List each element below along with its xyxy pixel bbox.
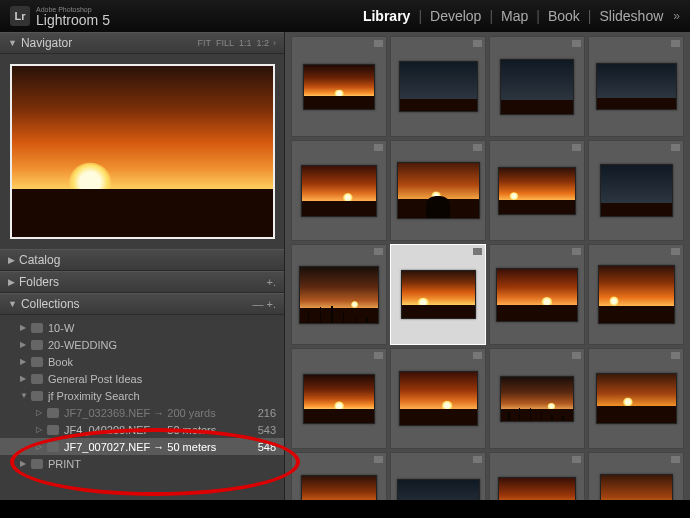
thumbnail-grid[interactable]: [285, 32, 690, 500]
thumbnail-cell[interactable]: [291, 452, 387, 500]
flag-icon[interactable]: [374, 40, 383, 47]
thumbnail-image[interactable]: [397, 479, 480, 500]
collection-item[interactable]: ▶Book: [0, 353, 284, 370]
chevron-right-icon[interactable]: »: [673, 9, 680, 23]
collection-item[interactable]: ▶20-WEDDING: [0, 336, 284, 353]
minus-icon[interactable]: —: [253, 298, 264, 310]
thumbnail-image[interactable]: [600, 474, 673, 500]
disclosure-triangle-icon[interactable]: ▶: [20, 323, 28, 332]
thumbnail-cell[interactable]: [291, 140, 387, 241]
thumbnail-image[interactable]: [303, 374, 375, 424]
thumbnail-cell[interactable]: [588, 36, 684, 137]
flag-icon[interactable]: [671, 456, 680, 463]
flag-icon[interactable]: [473, 40, 482, 47]
disclosure-triangle-icon[interactable]: ▷: [36, 442, 44, 451]
chevron-right-icon[interactable]: ›: [273, 38, 276, 48]
flag-icon[interactable]: [374, 144, 383, 151]
thumbnail-cell[interactable]: [588, 348, 684, 449]
thumbnail-image[interactable]: [498, 477, 576, 501]
thumbnail-cell[interactable]: [489, 452, 585, 500]
thumbnail-image[interactable]: [301, 165, 377, 217]
disclosure-triangle-icon[interactable]: ▶: [20, 374, 28, 383]
disclosure-triangle-icon[interactable]: ▼: [20, 391, 28, 400]
plus-icon[interactable]: +.: [267, 298, 276, 310]
thumbnail-image[interactable]: [299, 266, 379, 324]
collection-item[interactable]: ▶PRINT: [0, 455, 284, 472]
plus-icon[interactable]: +.: [267, 276, 276, 288]
collection-item[interactable]: ▼jf Proximity Search: [0, 387, 284, 404]
module-develop[interactable]: Develop: [430, 8, 481, 24]
folders-panel-header[interactable]: ▶ Folders +.: [0, 271, 284, 293]
flag-icon[interactable]: [572, 144, 581, 151]
thumbnail-cell[interactable]: [489, 36, 585, 137]
flag-icon[interactable]: [572, 456, 581, 463]
thumbnail-cell[interactable]: [588, 140, 684, 241]
thumbnail-cell[interactable]: [489, 244, 585, 345]
thumbnail-image[interactable]: [401, 270, 476, 319]
thumbnail-cell[interactable]: [291, 348, 387, 449]
disclosure-triangle-icon[interactable]: ▶: [20, 459, 28, 468]
thumbnail-cell[interactable]: [291, 244, 387, 345]
thumbnail-image[interactable]: [500, 59, 574, 115]
disclosure-triangle-icon[interactable]: ▷: [36, 408, 44, 417]
disclosure-triangle-icon[interactable]: ▶: [20, 357, 28, 366]
disclosure-triangle-icon[interactable]: ▼: [8, 299, 17, 309]
thumbnail-image[interactable]: [598, 265, 675, 324]
thumbnail-image[interactable]: [303, 64, 375, 110]
flag-icon[interactable]: [374, 248, 383, 255]
disclosure-triangle-icon[interactable]: ▶: [8, 277, 15, 287]
disclosure-triangle-icon[interactable]: ▷: [36, 425, 44, 434]
collection-item[interactable]: ▶General Post Ideas: [0, 370, 284, 387]
thumbnail-cell[interactable]: [390, 452, 486, 500]
flag-icon[interactable]: [473, 144, 482, 151]
navigator-preview[interactable]: [0, 54, 284, 249]
thumbnail-cell[interactable]: [390, 348, 486, 449]
thumbnail-cell[interactable]: [588, 244, 684, 345]
flag-icon[interactable]: [671, 144, 680, 151]
disclosure-triangle-icon[interactable]: ▼: [8, 38, 17, 48]
thumbnail-image[interactable]: [301, 475, 377, 501]
thumbnail-image[interactable]: [399, 371, 478, 426]
thumbnail-cell[interactable]: [390, 140, 486, 241]
thumbnail-image[interactable]: [596, 373, 677, 424]
zoom-fit[interactable]: FIT: [197, 38, 211, 48]
flag-icon[interactable]: [572, 40, 581, 47]
catalog-panel-header[interactable]: ▶ Catalog: [0, 249, 284, 271]
flag-icon[interactable]: [374, 456, 383, 463]
flag-icon[interactable]: [473, 352, 482, 359]
thumbnail-image[interactable]: [397, 162, 480, 219]
disclosure-triangle-icon[interactable]: ▶: [20, 340, 28, 349]
thumbnail-cell[interactable]: [390, 36, 486, 137]
thumbnail-cell[interactable]: [291, 36, 387, 137]
flag-icon[interactable]: [473, 456, 482, 463]
thumbnail-cell[interactable]: [489, 348, 585, 449]
flag-icon[interactable]: [473, 248, 482, 255]
flag-icon[interactable]: [572, 248, 581, 255]
module-book[interactable]: Book: [548, 8, 580, 24]
thumbnail-image[interactable]: [399, 61, 478, 112]
flag-icon[interactable]: [572, 352, 581, 359]
collection-item[interactable]: ▷JF7_032369.NEF → 200 yards216: [0, 404, 284, 421]
collection-item[interactable]: ▷JF4_040208.NEF → 50 meters543: [0, 421, 284, 438]
flag-icon[interactable]: [374, 352, 383, 359]
module-slideshow[interactable]: Slideshow: [599, 8, 663, 24]
disclosure-triangle-icon[interactable]: ▶: [8, 255, 15, 265]
thumbnail-image[interactable]: [600, 164, 673, 217]
flag-icon[interactable]: [671, 352, 680, 359]
zoom-1-1[interactable]: 1:1: [239, 38, 252, 48]
zoom-1-2[interactable]: 1:2: [256, 38, 269, 48]
flag-icon[interactable]: [671, 248, 680, 255]
thumbnail-cell[interactable]: [390, 244, 486, 345]
module-map[interactable]: Map: [501, 8, 528, 24]
thumbnail-cell[interactable]: [489, 140, 585, 241]
zoom-fill[interactable]: FILL: [216, 38, 234, 48]
thumbnail-image[interactable]: [496, 268, 578, 322]
collection-item[interactable]: ▶10-W: [0, 319, 284, 336]
thumbnail-image[interactable]: [498, 167, 576, 215]
navigator-panel-header[interactable]: ▼ Navigator FITFILL1:11:2 ›: [0, 32, 284, 54]
module-library[interactable]: Library: [363, 8, 410, 24]
collections-panel-header[interactable]: ▼ Collections — +.: [0, 293, 284, 315]
navigator-zoom-options[interactable]: FITFILL1:11:2: [197, 38, 269, 48]
thumbnail-image[interactable]: [596, 63, 677, 110]
thumbnail-image[interactable]: [500, 376, 574, 422]
